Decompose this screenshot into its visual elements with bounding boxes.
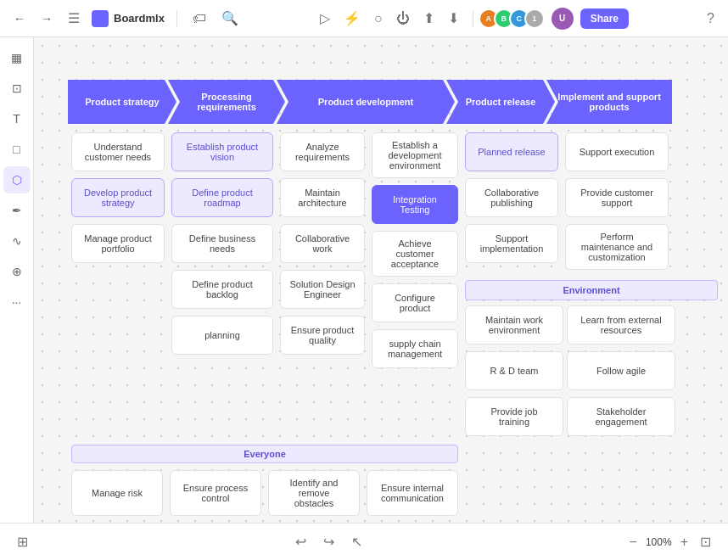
topbar-left: ← → ☰ Boardmlx 🏷 🔍 [10,8,242,29]
divider2 [473,10,473,27]
brand-name: Boardmlx [114,12,165,25]
brand: Boardmlx [92,10,165,27]
card-stakeholder[interactable]: Stakeholder engagement [567,397,675,436]
sidebar-item-connector[interactable]: ⊕ [3,258,31,285]
card-collab-publishing[interactable]: Collaborative publishing [465,178,558,217]
bottombar-center: ↩ ↪ ↖ [292,532,366,552]
card-follow-agile[interactable]: Follow agile [567,351,675,390]
card-establish-dev-env[interactable]: Establish a development environment [372,132,458,178]
card-establish-vision[interactable]: Establish product vision [171,132,273,171]
col-release-right: Support execution Provide customer suppo… [562,132,672,270]
col-release-left: Planned release Collaborative publishing… [462,132,562,270]
redo-button[interactable]: ↪ [320,532,338,552]
user-avatar: U [552,8,574,30]
col-env-right: Learn from external resources Follow agi… [567,305,675,436]
card-ensure-process[interactable]: Ensure process control [170,470,261,516]
everyone-label: Everyone [71,445,458,463]
card-manage-portfolio[interactable]: Manage product portfolio [71,224,165,263]
brand-icon [92,10,109,27]
upload-icon[interactable]: ⬆ [420,8,438,28]
share2-icon[interactable]: ⚡ [340,8,364,28]
bottombar-left: ⊞ [14,532,31,552]
add-frame-button[interactable]: ⊞ [14,532,31,552]
topbar-center: ▷ ⚡ ○ ⏻ ⬆ ⬇ A B C 1 U Share [316,8,629,30]
help-icon[interactable]: ? [703,9,718,28]
sidebar-item-sticky[interactable]: □ [3,136,31,163]
card-provide-training[interactable]: Provide job training [465,397,563,436]
card-achieve-acceptance[interactable]: Achieve customer acceptance [372,231,458,277]
tag-icon[interactable]: 🏷 [189,9,210,28]
sidebar: ▦ ⊡ T □ ⬡ ✒ ∿ ⊕ ··· [0,37,34,523]
card-ensure-quality[interactable]: Ensure product quality [280,316,365,355]
power-icon[interactable]: ⏻ [393,9,413,28]
card-provide-support[interactable]: Provide customer support [565,178,669,217]
card-planned-release[interactable]: Planned release [465,132,558,171]
menu-button[interactable]: ☰ [64,8,83,28]
col-product-strategy: Understand customer needs Develop produc… [68,132,168,263]
col-prod-dev-left: Analyze requirements Maintain architectu… [277,132,368,355]
header-product-dev: Product development [277,80,455,124]
sidebar-item-shapes[interactable]: ⬡ [3,166,31,193]
zoom-value: 100% [646,536,672,548]
fit-button[interactable]: ⊡ [697,532,714,552]
card-remove-obstacles[interactable]: Identify and remove obstacles [268,470,360,516]
col-env-left: Maintain work environment R & D team Pro… [465,305,563,436]
col-prod-dev-right: Establish a development environment Inte… [368,132,462,368]
card-define-backlog[interactable]: Define product backlog [171,270,273,309]
topbar-right: ? [703,9,718,28]
header-implement: Implement and support products [546,80,672,124]
env-label: Environment [465,280,718,300]
header-product-strategy: Product strategy [68,80,176,124]
card-support-impl[interactable]: Support implementation [465,224,558,263]
card-solution-design[interactable]: Solution Design Engineer [280,270,365,309]
divider [176,10,177,27]
card-learn-external[interactable]: Learn from external resources [567,305,675,344]
bottombar: ⊞ ↩ ↪ ↖ − 100% + ⊡ [0,523,728,560]
header-processing: Processing requirements [168,80,285,124]
avatar-count: 1 [524,8,545,29]
sidebar-item-pen[interactable]: ✒ [3,197,31,224]
back-button[interactable]: ← [10,8,29,29]
card-configure-product[interactable]: Configure product [372,283,458,322]
zoom-in-button[interactable]: + [677,533,692,552]
col-processing: Establish product vision Define product … [168,132,277,355]
zoom-out-button[interactable]: − [626,533,641,552]
download-icon[interactable]: ⬇ [445,8,462,28]
sidebar-item-grid[interactable]: ▦ [3,44,31,71]
header-product-release: Product release [446,80,555,124]
sidebar-item-frame[interactable]: ⊡ [3,75,31,102]
forward-button[interactable]: → [37,8,56,29]
card-collab-work[interactable]: Collaborative work [280,224,365,263]
play-icon[interactable]: ▷ [316,8,333,28]
card-develop-strategy[interactable]: Develop product strategy [71,178,165,217]
card-planning[interactable]: planning [171,316,273,355]
bottombar-right: − 100% + ⊡ [626,532,714,552]
avatar-group: A B C 1 [484,8,545,29]
card-supply-chain[interactable]: supply chain management [372,329,458,368]
card-manage-risk[interactable]: Manage risk [71,470,163,516]
share-button[interactable]: Share [580,8,629,29]
card-maintain-work[interactable]: Maintain work environment [465,305,563,344]
sidebar-item-more[interactable]: ··· [3,288,31,316]
sidebar-item-curve[interactable]: ∿ [3,227,31,255]
canvas[interactable]: Product strategy Processing requirements… [34,37,728,523]
headers-row: Product strategy Processing requirements… [68,80,721,124]
card-define-business[interactable]: Define business needs [171,224,273,263]
diagram: Product strategy Processing requirements… [68,80,721,516]
topbar: ← → ☰ Boardmlx 🏷 🔍 ▷ ⚡ ○ ⏻ ⬆ ⬇ A B C 1 U… [0,0,728,37]
card-internal-comm[interactable]: Ensure internal communication [367,470,458,516]
undo-button[interactable]: ↩ [292,532,310,552]
comment-icon[interactable]: ○ [371,9,386,28]
card-rd-team[interactable]: R & D team [465,351,563,390]
search-icon[interactable]: 🔍 [218,8,242,28]
card-understand-customer[interactable]: Understand customer needs [71,132,165,171]
cursor-button[interactable]: ↖ [348,532,366,552]
sidebar-item-text[interactable]: T [3,105,31,132]
card-support-exec[interactable]: Support execution [565,132,669,171]
card-define-roadmap[interactable]: Define product roadmap [171,178,273,217]
card-maintain-arch[interactable]: Maintain architecture [280,178,365,217]
card-perform-maint[interactable]: Perform maintenance and customization [565,224,669,270]
card-integration-testing[interactable]: Integration Testing [372,185,458,224]
card-analyze-reqs[interactable]: Analyze requirements [280,132,365,171]
